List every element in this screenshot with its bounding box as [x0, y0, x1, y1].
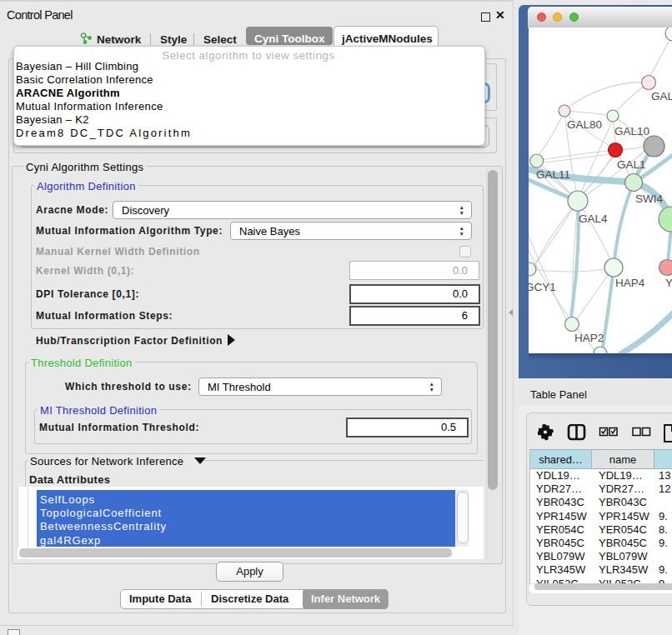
svg-text:GAL10: GAL10	[614, 125, 649, 138]
svg-text:GAL11: GAL11	[536, 168, 570, 181]
svg-text:GAL2: GAL2	[651, 90, 672, 102]
svg-text:GAL80: GAL80	[567, 118, 602, 131]
svg-text:GCY1: GCY1	[529, 281, 556, 293]
svg-text:GAL4: GAL4	[579, 212, 608, 225]
svg-text:HAP2: HAP2	[574, 332, 604, 344]
svg-text:Y: Y	[665, 277, 672, 289]
svg-text:GAL1: GAL1	[617, 158, 646, 171]
svg-text:HAP4: HAP4	[615, 277, 645, 289]
svg-text:SWI4: SWI4	[635, 192, 663, 205]
